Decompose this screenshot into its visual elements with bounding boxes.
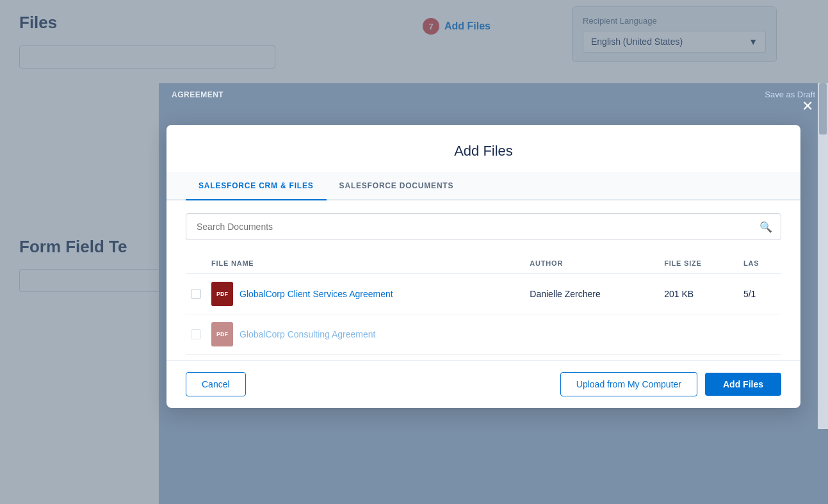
row1-author: Danielle Zerchere bbox=[524, 274, 659, 314]
footer-right: Upload from My Computer Add Files bbox=[560, 372, 781, 396]
scrollbar-thumb bbox=[819, 83, 827, 134]
row1-checkbox-cell bbox=[186, 274, 206, 314]
search-icon: 🔍 bbox=[759, 221, 772, 233]
modal-tabs: SALESFORCE CRM & FILES SALESFORCE DOCUME… bbox=[166, 172, 800, 200]
row2-file-link[interactable]: GlobalCorp Consulting Agreement bbox=[239, 329, 375, 339]
row1-file-name-cell: PDF GlobalCorp Client Services Agreement bbox=[206, 274, 524, 314]
row2-author bbox=[524, 314, 659, 355]
row1-date: 5/1 bbox=[738, 274, 781, 314]
file-table-wrap: FILE NAME AUTHOR FILE SIZE LAS PDF Globa… bbox=[166, 253, 800, 355]
cancel-button[interactable]: Cancel bbox=[186, 372, 246, 396]
search-input[interactable] bbox=[186, 213, 781, 240]
row1-file-name-wrap: PDF GlobalCorp Client Services Agreement bbox=[211, 282, 519, 306]
close-button[interactable]: ✕ bbox=[796, 95, 819, 118]
search-section: 🔍 bbox=[166, 200, 800, 253]
tab-salesforce-docs[interactable]: SALESFORCE DOCUMENTS bbox=[327, 172, 467, 200]
row1-checkbox[interactable] bbox=[191, 289, 201, 299]
table-row: PDF GlobalCorp Client Services Agreement… bbox=[186, 274, 781, 314]
modal-title: Add Files bbox=[166, 125, 800, 172]
pdf-icon: PDF bbox=[211, 282, 233, 306]
row2-file-name-cell: PDF GlobalCorp Consulting Agreement bbox=[206, 314, 524, 355]
upload-from-computer-button[interactable]: Upload from My Computer bbox=[560, 372, 697, 396]
row2-file-size bbox=[659, 314, 738, 355]
modal-footer: Cancel Upload from My Computer Add Files bbox=[166, 360, 800, 408]
agreement-header: AGREEMENT Save as Draft bbox=[159, 83, 828, 106]
col-file-name: FILE NAME bbox=[206, 253, 524, 274]
col-last-modified: LAS bbox=[738, 253, 781, 274]
row2-file-name-wrap: PDF GlobalCorp Consulting Agreement bbox=[211, 322, 519, 346]
add-files-modal: Add Files SALESFORCE CRM & FILES SALESFO… bbox=[166, 125, 800, 408]
file-table: FILE NAME AUTHOR FILE SIZE LAS PDF Globa… bbox=[186, 253, 781, 355]
row2-date bbox=[738, 314, 781, 355]
pdf-icon-2: PDF bbox=[211, 322, 233, 346]
row1-file-link[interactable]: GlobalCorp Client Services Agreement bbox=[239, 289, 393, 299]
row2-checkbox[interactable] bbox=[191, 329, 201, 339]
col-author: AUTHOR bbox=[524, 253, 659, 274]
col-checkbox bbox=[186, 253, 206, 274]
tab-salesforce-crm[interactable]: SALESFORCE CRM & FILES bbox=[186, 172, 327, 200]
overlay-scrollbar[interactable] bbox=[818, 83, 828, 429]
row1-file-size: 201 KB bbox=[659, 274, 738, 314]
agreement-tab-label: AGREEMENT bbox=[172, 90, 223, 99]
add-files-confirm-button[interactable]: Add Files bbox=[705, 373, 781, 396]
table-row: PDF GlobalCorp Consulting Agreement bbox=[186, 314, 781, 355]
col-file-size: FILE SIZE bbox=[659, 253, 738, 274]
row2-checkbox-cell bbox=[186, 314, 206, 355]
search-input-wrap: 🔍 bbox=[186, 213, 781, 240]
